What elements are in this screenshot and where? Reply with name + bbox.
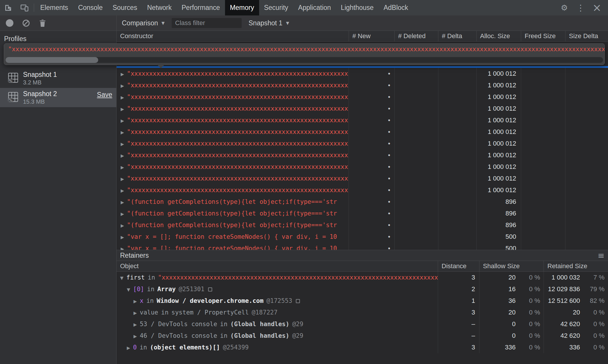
tooltip-scrollbar-track[interactable] [6, 57, 603, 63]
panel-tab[interactable]: Security [259, 0, 293, 15]
retainers-column-header[interactable]: Shallow Size [479, 261, 544, 271]
expand-triangle-icon[interactable]: ▶ [127, 345, 130, 351]
expand-triangle-icon[interactable]: ▶ [121, 153, 124, 158]
expand-triangle-icon[interactable]: ▶ [133, 299, 137, 304]
expand-triangle-icon[interactable]: ▶ [121, 165, 124, 170]
expand-triangle-icon[interactable]: ▶ [121, 246, 124, 250]
heap-column-header[interactable]: # New [349, 31, 395, 41]
alloc-size-cell: 1 000 012 [477, 138, 521, 149]
expand-triangle-icon[interactable]: ▶ [121, 200, 124, 205]
heap-table-row[interactable]: ▶"(function getCompletions(type){let obj… [117, 208, 608, 219]
expand-triangle-icon[interactable]: ▶ [121, 235, 124, 240]
retainer-row[interactable]: ▶0in(object elements)[]@254399 3 3360 % … [117, 342, 608, 353]
panel-tab[interactable]: Elements [35, 0, 73, 15]
heap-table-row[interactable]: ▶"var x = []; function createSomeNodes()… [117, 231, 608, 243]
new-count-cell: • [349, 196, 395, 208]
heap-table-row[interactable]: ▶"xxxxxxxxxxxxxxxxxxxxxxxxxxxxxxxxxxxxxx… [117, 79, 608, 91]
snapshot-list-item[interactable]: % Snapshot 1 3.2 MB [0, 69, 116, 88]
retainer-row[interactable]: ▼firstin"xxxxxxxxxxxxxxxxxxxxxxxxxxxxxxx… [117, 272, 608, 283]
freed-size-cell [521, 126, 565, 138]
base-snapshot-dropdown[interactable]: Snapshot 1 ▼ [245, 19, 293, 27]
retainer-object-cell: ▼firstin"xxxxxxxxxxxxxxxxxxxxxxxxxxxxxxx… [117, 272, 438, 283]
heap-column-header[interactable]: # Deleted [395, 31, 438, 41]
reveal-object-icon[interactable] [208, 287, 212, 291]
heap-table-row[interactable]: ▶"xxxxxxxxxxxxxxxxxxxxxxxxxxxxxxxxxxxxxx… [117, 173, 608, 184]
heap-table-row[interactable]: ▶"(function getCompletions(type){let obj… [117, 219, 608, 231]
heap-table-row[interactable]: ▶"xxxxxxxxxxxxxxxxxxxxxxxxxxxxxxxxxxxxxx… [117, 91, 608, 103]
freed-size-cell [521, 79, 565, 91]
panel-tab[interactable]: Performance [177, 0, 225, 15]
expand-triangle-icon[interactable]: ▶ [121, 211, 124, 217]
record-heap-snapshot-icon[interactable] [6, 19, 13, 27]
expand-triangle-icon[interactable]: ▼ [127, 287, 130, 292]
retainers-column-header[interactable]: Retained Size [544, 261, 608, 271]
retainer-row[interactable]: ▶valueinsystem / PropertyCell@187227 3 2… [117, 307, 608, 318]
heap-column-header[interactable]: Alloc. Size [477, 31, 521, 41]
expand-triangle-icon[interactable]: ▶ [121, 223, 124, 228]
heap-table-row[interactable]: ▶"xxxxxxxxxxxxxxxxxxxxxxxxxxxxxxxxxxxxxx… [117, 161, 608, 173]
reveal-object-icon[interactable] [296, 299, 300, 303]
retainer-row[interactable]: ▶xinWindow / developer.chrome.com@172553… [117, 295, 608, 307]
retainers-menu-icon[interactable]: ≡ [598, 251, 605, 260]
panel-tab[interactable]: Network [142, 0, 177, 15]
retainer-row[interactable]: ▶53 / DevTools consolein(Global handles)… [117, 318, 608, 330]
expand-triangle-icon[interactable]: ▼ [120, 275, 124, 281]
new-count-cell: • [349, 138, 395, 149]
expand-triangle-icon[interactable]: ▶ [121, 95, 124, 100]
shallow-size-value: 20 [509, 309, 516, 316]
retained-size-percent: 82 % [580, 297, 605, 305]
heap-table-row[interactable]: ▶"xxxxxxxxxxxxxxxxxxxxxxxxxxxxxxxxxxxxxx… [117, 68, 608, 79]
retained-size-percent: 0 % [580, 344, 605, 351]
more-options-icon[interactable]: ⋮ [572, 0, 589, 15]
snapshot-list-item[interactable]: % Snapshot 2 15.3 MB Save [0, 88, 116, 107]
retainer-row[interactable]: ▶46 / DevTools consolein(Global handles)… [117, 330, 608, 342]
constructor-string: "xxxxxxxxxxxxxxxxxxxxxxxxxxxxxxxxxxxxxxx… [127, 70, 349, 77]
expand-triangle-icon[interactable]: ▶ [121, 72, 124, 77]
heap-column-header[interactable]: Constructor [117, 31, 349, 41]
class-filter-input[interactable] [172, 18, 242, 28]
expand-triangle-icon[interactable]: ▶ [133, 310, 137, 316]
heap-table-row[interactable]: ▶"xxxxxxxxxxxxxxxxxxxxxxxxxxxxxxxxxxxxxx… [117, 149, 608, 161]
expand-triangle-icon[interactable]: ▶ [121, 107, 124, 112]
heap-table-row[interactable]: ▶"var x = []; function createSomeNodes()… [117, 243, 608, 250]
panel-tab[interactable]: Memory [225, 0, 259, 15]
clear-profiles-icon[interactable] [22, 19, 30, 27]
perspective-dropdown[interactable]: Comparison ▼ [118, 19, 169, 27]
expand-triangle-icon[interactable]: ▶ [133, 334, 137, 339]
heap-table-row[interactable]: ▶"(function getCompletions(type){let obj… [117, 196, 608, 208]
retainer-object-address: @29 [292, 332, 303, 339]
retainer-row[interactable]: ▼[0]inArray@251301 2 160 % 12 029 83679 … [117, 283, 608, 295]
expand-triangle-icon[interactable]: ▶ [121, 83, 124, 89]
expand-triangle-icon[interactable]: ▶ [121, 176, 124, 182]
heap-column-header[interactable]: # Delta [438, 31, 477, 41]
heap-table-row[interactable]: ▶"xxxxxxxxxxxxxxxxxxxxxxxxxxxxxxxxxxxxxx… [117, 126, 608, 138]
settings-gear-icon[interactable]: ⚙ [556, 0, 572, 15]
expand-triangle-icon[interactable]: ▶ [133, 322, 137, 327]
snapshot-save-link[interactable]: Save [97, 91, 112, 99]
retainers-column-header[interactable]: Distance [438, 261, 479, 271]
close-devtools-icon[interactable]: × [589, 0, 605, 15]
panel-tab[interactable]: Sources [108, 0, 142, 15]
panel-tab[interactable]: AdBlock [379, 0, 413, 15]
heap-table-row[interactable]: ▶"xxxxxxxxxxxxxxxxxxxxxxxxxxxxxxxxxxxxxx… [117, 138, 608, 149]
expand-triangle-icon[interactable]: ▶ [121, 130, 124, 135]
heap-table-row[interactable]: ▶"xxxxxxxxxxxxxxxxxxxxxxxxxxxxxxxxxxxxxx… [117, 103, 608, 114]
tooltip-scrollbar-thumb[interactable] [6, 57, 98, 63]
devtools-tabbar: Elements Console Sources Network Perform… [0, 0, 608, 15]
expand-triangle-icon[interactable]: ▶ [121, 142, 124, 147]
heap-table-row[interactable]: ▶"xxxxxxxxxxxxxxxxxxxxxxxxxxxxxxxxxxxxxx… [117, 184, 608, 196]
constructor-cell: ▶"var x = []; function createSomeNodes()… [117, 243, 349, 250]
expand-triangle-icon[interactable]: ▶ [121, 118, 124, 123]
device-toolbar-icon[interactable] [16, 0, 33, 15]
panel-tab[interactable]: Lighthouse [336, 0, 379, 15]
heap-table-row[interactable]: ▶"xxxxxxxxxxxxxxxxxxxxxxxxxxxxxxxxxxxxxx… [117, 114, 608, 126]
heap-column-header[interactable]: Freed Size [521, 31, 565, 41]
panel-tab[interactable]: Application [293, 0, 336, 15]
retainers-column-header[interactable]: Object [117, 261, 438, 271]
expand-triangle-icon[interactable]: ▶ [121, 188, 124, 193]
inspect-element-icon[interactable] [0, 0, 16, 15]
alloc-size-cell: 500 [477, 243, 521, 250]
panel-tab[interactable]: Console [73, 0, 108, 15]
heap-column-header[interactable]: Size Delta [565, 31, 608, 41]
delete-profile-icon[interactable] [39, 19, 46, 27]
